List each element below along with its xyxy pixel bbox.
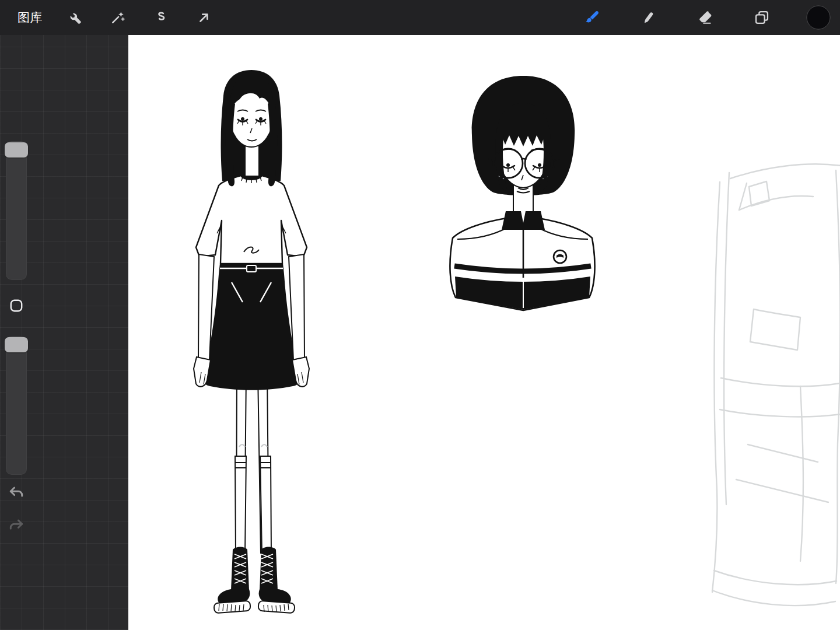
undo-button[interactable]: [7, 483, 26, 502]
selection-button[interactable]: [146, 5, 176, 30]
eraser-icon: [697, 9, 713, 26]
toolbar-right-group: [578, 5, 840, 30]
toolbar-left-group: 图库: [0, 5, 219, 30]
smudge-tool-button[interactable]: [634, 5, 663, 30]
color-swatch-button[interactable]: [804, 5, 833, 30]
brush-size-slider[interactable]: [6, 141, 27, 280]
redo-button[interactable]: [7, 516, 26, 534]
brush-icon: [584, 9, 600, 26]
artwork-girl-bust: [450, 76, 594, 310]
erase-tool-button[interactable]: [691, 5, 720, 30]
wrench-icon: [67, 10, 82, 25]
top-toolbar: 图库: [0, 0, 840, 35]
artwork-sketch-jacket: [712, 164, 840, 606]
undo-arrow-icon: [7, 494, 26, 503]
layers-button[interactable]: [747, 5, 776, 30]
modify-button[interactable]: [6, 296, 27, 317]
redo-arrow-icon: [7, 526, 26, 536]
opacity-slider[interactable]: [6, 336, 27, 475]
gallery-button[interactable]: 图库: [14, 6, 46, 29]
layers-icon: [754, 9, 770, 26]
smudge-icon: [640, 9, 657, 26]
drawing-canvas[interactable]: [128, 35, 840, 630]
opacity-slider-handle[interactable]: [5, 337, 28, 352]
selection-s-icon: [153, 10, 169, 25]
sidebar: [0, 35, 33, 630]
brush-size-slider-handle[interactable]: [5, 142, 28, 158]
transform-button[interactable]: [190, 5, 219, 30]
modify-square-icon: [9, 298, 24, 316]
artwork-girl-fullbody: [194, 70, 309, 613]
adjustments-button[interactable]: [103, 5, 132, 30]
transform-arrow-icon: [197, 10, 212, 25]
magic-wand-icon: [110, 10, 125, 25]
actions-button[interactable]: [60, 5, 89, 30]
paint-tool-button[interactable]: [578, 5, 607, 30]
color-swatch: [806, 5, 831, 30]
